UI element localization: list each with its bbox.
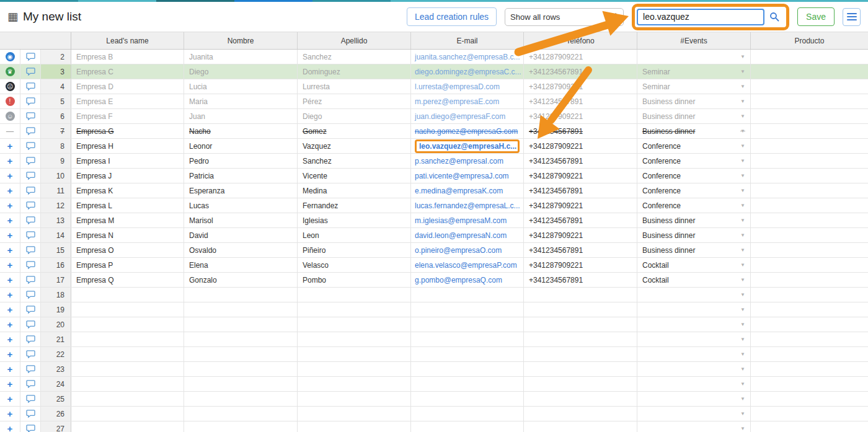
add-row-plus-icon[interactable]: + bbox=[7, 409, 13, 418]
add-row-plus-icon[interactable]: + bbox=[7, 260, 13, 270]
row-status-cell[interactable]: + bbox=[0, 243, 20, 257]
cell-producto[interactable] bbox=[751, 258, 868, 272]
cell-email[interactable] bbox=[411, 377, 524, 391]
email-link[interactable]: nacho.gomez@empresaG.com bbox=[415, 127, 518, 136]
cell-apellido[interactable]: Iglesias bbox=[298, 213, 411, 227]
lead-creation-rules-button[interactable]: Lead creation rules bbox=[407, 7, 497, 26]
cell-telefono[interactable]: +341287909221 bbox=[524, 139, 637, 153]
cell-events[interactable]: ▼ bbox=[637, 362, 751, 376]
add-row-plus-icon[interactable]: + bbox=[7, 394, 13, 403]
email-link[interactable]: elena.velasco@empresaP.com bbox=[415, 261, 517, 270]
cell-telefono[interactable] bbox=[524, 347, 637, 361]
events-dropdown-arrow[interactable]: ▼ bbox=[740, 84, 745, 89]
row-number[interactable]: 2 bbox=[41, 50, 71, 64]
cell-telefono[interactable]: +341287909221 bbox=[524, 198, 637, 213]
row-number[interactable]: 18 bbox=[41, 288, 71, 302]
row-status-cell[interactable]: + bbox=[0, 302, 20, 317]
comment-icon[interactable] bbox=[26, 142, 35, 150]
events-dropdown-arrow[interactable]: ▼ bbox=[740, 143, 745, 149]
cell-nombre[interactable] bbox=[184, 392, 298, 406]
cell-telefono[interactable]: +341234567891 bbox=[524, 64, 637, 79]
row-number[interactable]: 27 bbox=[41, 421, 71, 432]
cell-producto[interactable] bbox=[751, 228, 868, 242]
column-header-nombre[interactable]: Nombre bbox=[184, 32, 298, 49]
row-status-cell[interactable]: + bbox=[0, 288, 20, 302]
events-dropdown-arrow[interactable]: ▼ bbox=[740, 203, 745, 208]
cell-producto[interactable] bbox=[751, 377, 868, 391]
cell-producto[interactable] bbox=[751, 64, 868, 79]
cell-email[interactable] bbox=[411, 347, 524, 361]
row-number[interactable]: 9 bbox=[41, 154, 71, 168]
email-link[interactable]: pati.vicente@empresaJ.com bbox=[415, 172, 509, 180]
row-status-cell[interactable]: + bbox=[0, 169, 20, 183]
cell-telefono[interactable] bbox=[524, 302, 637, 317]
cell-email[interactable]: juanita.sanchez@empresaB.c... bbox=[411, 50, 524, 64]
cell-email[interactable]: juan.diego@empresaF.com bbox=[411, 109, 524, 123]
email-link[interactable]: m.perez@empresaE.com bbox=[415, 97, 499, 106]
cell-email[interactable] bbox=[411, 392, 524, 406]
row-number[interactable]: 7 bbox=[41, 124, 71, 138]
cell-leads-name[interactable]: Empresa H bbox=[71, 139, 184, 153]
row-number[interactable]: 23 bbox=[41, 362, 71, 376]
cell-email[interactable]: l.urresta@empresaD.com bbox=[411, 79, 524, 94]
comment-icon[interactable] bbox=[26, 201, 35, 209]
cell-email[interactable]: nacho.gomez@empresaG.com bbox=[411, 124, 524, 138]
add-row-plus-icon[interactable]: + bbox=[7, 245, 13, 255]
comment-cell[interactable] bbox=[20, 169, 41, 183]
comment-icon[interactable] bbox=[26, 112, 35, 120]
row-status-cell[interactable]: ♛ bbox=[0, 64, 20, 79]
cell-events[interactable]: ▼ bbox=[637, 332, 751, 346]
events-dropdown-arrow[interactable]: ▼ bbox=[740, 69, 745, 74]
add-row-plus-icon[interactable]: + bbox=[7, 335, 13, 344]
cell-telefono[interactable]: +341234567891 bbox=[524, 213, 637, 227]
email-link[interactable]: juanita.sanchez@empresaB.c... bbox=[415, 53, 520, 61]
column-header-apellido[interactable]: Apellido bbox=[298, 32, 411, 49]
row-number[interactable]: 22 bbox=[41, 347, 71, 361]
cell-nombre[interactable] bbox=[184, 362, 298, 376]
cell-leads-name[interactable] bbox=[71, 377, 184, 391]
cell-leads-name[interactable]: Empresa N bbox=[71, 228, 184, 242]
row-status-cell[interactable]: + bbox=[0, 421, 20, 432]
cell-producto[interactable] bbox=[751, 273, 868, 287]
add-row-plus-icon[interactable]: + bbox=[7, 231, 13, 240]
comment-cell[interactable] bbox=[20, 273, 41, 287]
add-row-plus-icon[interactable]: + bbox=[7, 156, 13, 165]
comment-cell[interactable] bbox=[20, 332, 41, 346]
neutral-smiley-icon[interactable]: ☺ bbox=[6, 112, 15, 121]
cell-apellido[interactable]: Vicente bbox=[298, 169, 411, 183]
cell-events[interactable]: ▼ bbox=[637, 377, 751, 391]
cell-leads-name[interactable] bbox=[71, 392, 184, 406]
row-status-cell[interactable]: + bbox=[0, 332, 20, 346]
cell-nombre[interactable]: David bbox=[184, 228, 298, 242]
cell-leads-name[interactable]: Empresa I bbox=[71, 154, 184, 168]
cell-nombre[interactable]: Esperanza bbox=[184, 183, 298, 198]
cell-telefono[interactable] bbox=[524, 288, 637, 302]
cell-email[interactable]: o.pineiro@empresaO.com bbox=[411, 243, 524, 257]
cell-apellido[interactable]: Pérez bbox=[298, 94, 411, 108]
comment-icon[interactable] bbox=[26, 216, 35, 224]
comment-cell[interactable] bbox=[20, 377, 41, 391]
cell-apellido[interactable] bbox=[298, 347, 411, 361]
row-number[interactable]: 10 bbox=[41, 169, 71, 183]
cell-leads-name[interactable] bbox=[71, 347, 184, 361]
cell-producto[interactable] bbox=[751, 302, 868, 317]
cell-email[interactable]: pati.vicente@empresaJ.com bbox=[411, 169, 524, 183]
cell-events[interactable]: Seminar▼ bbox=[637, 64, 751, 79]
comment-cell[interactable] bbox=[20, 183, 41, 198]
comment-icon[interactable] bbox=[26, 365, 35, 373]
comment-cell[interactable] bbox=[20, 421, 41, 432]
cell-apellido[interactable] bbox=[298, 317, 411, 332]
cell-apellido[interactable]: Sanchez bbox=[298, 50, 411, 64]
cell-producto[interactable] bbox=[751, 198, 868, 213]
cell-email[interactable]: g.pombo@empresaQ.com bbox=[411, 273, 524, 287]
cell-leads-name[interactable]: Empresa L bbox=[71, 198, 184, 213]
row-status-cell[interactable]: + bbox=[0, 273, 20, 287]
cell-events[interactable]: Conference▼ bbox=[637, 169, 751, 183]
cell-producto[interactable] bbox=[751, 169, 868, 183]
events-dropdown-arrow[interactable]: ▼ bbox=[740, 381, 745, 387]
row-status-cell[interactable]: + bbox=[0, 139, 20, 153]
comment-icon[interactable] bbox=[26, 127, 35, 135]
cell-email[interactable] bbox=[411, 317, 524, 332]
row-status-cell[interactable]: ◉ bbox=[0, 50, 20, 64]
cell-leads-name[interactable]: Empresa C bbox=[71, 64, 184, 79]
